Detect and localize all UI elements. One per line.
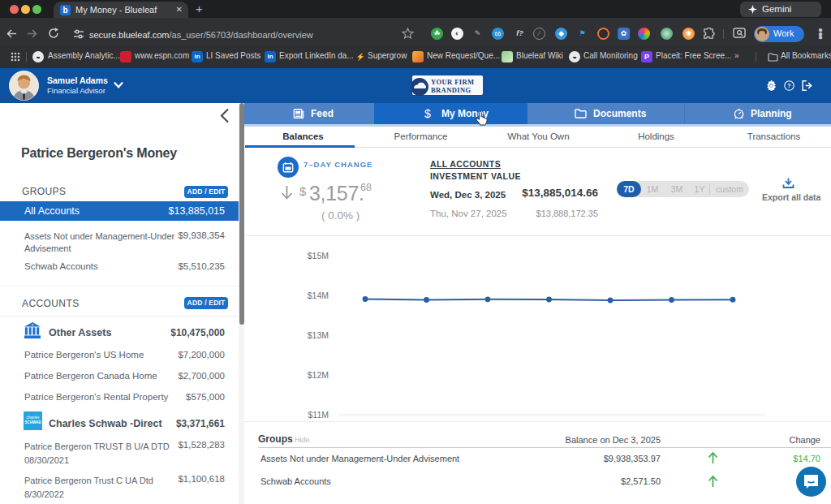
svg-text:$11M: $11M: [308, 410, 329, 420]
svg-text:$15M: $15M: [308, 251, 329, 261]
svg-text:?: ?: [787, 83, 790, 88]
svg-text:$13M: $13M: [308, 330, 329, 340]
svg-text:$14M: $14M: [308, 291, 329, 300]
svg-text:$12M: $12M: [308, 370, 329, 380]
